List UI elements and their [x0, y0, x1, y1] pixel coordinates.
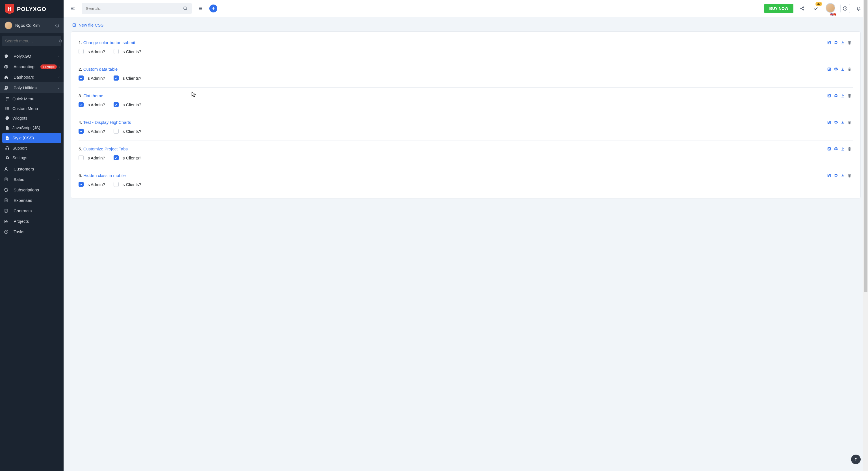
trash-icon[interactable] — [847, 40, 853, 45]
sidebar-item-accounting[interactable]: Accounting polyxgo ‹ — [0, 61, 64, 72]
edit-icon[interactable] — [827, 40, 833, 45]
gear-icon[interactable] — [834, 173, 839, 178]
sidebar-item-subscriptions[interactable]: Subscriptions — [0, 185, 64, 195]
check-label: Is Clients? — [122, 129, 141, 134]
badge-accounting: polyxgo — [40, 64, 57, 69]
check-is-admin[interactable]: Is Admin? — [79, 49, 105, 54]
row-number: 3. — [79, 93, 83, 98]
menu-toggle-icon[interactable] — [68, 4, 78, 13]
sidebar-item-contracts[interactable]: Contracts — [0, 206, 64, 216]
edit-icon[interactable] — [827, 120, 833, 124]
subitem-settings[interactable]: Settings — [0, 153, 64, 163]
row-title-link[interactable]: Customize Project Tabs — [83, 146, 128, 151]
add-button[interactable]: + — [209, 4, 217, 12]
clock-icon[interactable] — [840, 4, 850, 13]
list-menu-icon[interactable] — [196, 4, 206, 13]
subitem-quick-menu[interactable]: Quick Menu — [0, 94, 64, 104]
edit-icon[interactable] — [827, 94, 833, 98]
trash-icon[interactable] — [847, 94, 853, 98]
file-row: 5. Customize Project TabsIs Admin?Is Cli… — [79, 141, 853, 167]
download-icon[interactable] — [841, 173, 846, 178]
download-icon[interactable] — [841, 94, 846, 98]
gear-icon[interactable] — [834, 67, 839, 71]
edit-icon[interactable] — [827, 173, 833, 178]
bell-icon[interactable] — [854, 4, 864, 13]
download-icon[interactable] — [841, 67, 846, 71]
check-is-admin[interactable]: Is Admin? — [79, 76, 105, 81]
check-is-clients[interactable]: Is Clients? — [114, 129, 141, 134]
share-icon[interactable] — [797, 4, 807, 13]
check-badge-icon[interactable]: 32 — [811, 4, 820, 13]
global-search[interactable] — [82, 3, 192, 14]
check-is-admin[interactable]: Is Admin? — [79, 155, 105, 160]
sidebar-item-polyxgo[interactable]: PolyXGO ‹ — [0, 51, 64, 61]
sidebar-item-poly-utilities[interactable]: Poly Utilities ⌄ — [0, 82, 64, 93]
row-title-link[interactable]: Flat theme — [83, 93, 103, 98]
sidebar-item-dashboard[interactable]: Dashboard ‹ — [0, 72, 64, 82]
search-icon[interactable] — [183, 6, 188, 11]
download-icon[interactable] — [841, 120, 846, 124]
new-file-label: New file CSS — [79, 23, 103, 27]
new-file-button[interactable]: New file CSS — [71, 23, 103, 27]
row-title-link[interactable]: Test - Display HighCharts — [83, 120, 131, 125]
check-is-admin[interactable]: Is Admin? — [79, 182, 105, 187]
sidebar-item-customers[interactable]: Customers — [0, 164, 64, 174]
download-icon[interactable] — [841, 147, 846, 151]
sidebar-item-label: Sales — [13, 177, 59, 182]
row-title-link[interactable]: Hidden class in mobile — [83, 173, 126, 178]
sidebar-item-projects[interactable]: Projects — [0, 216, 64, 227]
check-is-admin[interactable]: Is Admin? — [79, 129, 105, 134]
scroll-top-button[interactable] — [851, 454, 861, 464]
sidebar-item-label: Expenses — [13, 198, 60, 203]
home-icon — [4, 75, 10, 80]
buy-now-button[interactable]: BUY NOW — [764, 4, 794, 13]
gear-icon[interactable] — [834, 147, 839, 151]
search-input[interactable] — [86, 6, 183, 11]
menu-search-input[interactable] — [5, 39, 59, 43]
sidebar-user[interactable]: Ngọc Cù Kim ⏻ — [0, 18, 64, 33]
row-title-link[interactable]: Change color button submit — [83, 40, 135, 45]
check-is-admin[interactable]: Is Admin? — [79, 102, 105, 107]
trash-icon[interactable] — [847, 67, 853, 71]
sidebar-item-tasks[interactable]: Tasks — [0, 227, 64, 237]
check-is-clients[interactable]: Is Clients? — [114, 76, 141, 81]
check-is-clients[interactable]: Is Clients? — [114, 182, 141, 187]
sidebar-item-expenses[interactable]: Expenses — [0, 195, 64, 206]
check-is-clients[interactable]: Is Clients? — [114, 155, 141, 160]
checkbox-icon — [114, 49, 119, 54]
subitem-custom-menu[interactable]: Custom Menu — [0, 104, 64, 113]
gear-icon[interactable] — [834, 94, 839, 98]
svg-point-2 — [5, 86, 7, 88]
power-icon[interactable]: ⏻ — [55, 23, 59, 28]
check-is-clients[interactable]: Is Clients? — [114, 49, 141, 54]
subitem-widgets[interactable]: Widgets — [0, 113, 64, 123]
download-icon[interactable] — [841, 40, 846, 45]
trash-icon[interactable] — [847, 120, 853, 124]
gear-icon[interactable] — [834, 40, 839, 45]
subitem-style-css[interactable]: Style (CSS) — [2, 133, 61, 143]
palette-icon — [5, 116, 11, 120]
brand[interactable]: H POLYXGO — [0, 0, 64, 18]
user-name: Ngọc Cù Kim — [15, 23, 52, 28]
subnav: Quick Menu Custom Menu Widgets JavaScrip… — [0, 93, 64, 164]
scrollbar[interactable] — [863, 0, 868, 471]
svg-rect-10 — [6, 138, 8, 138]
chevron-left-icon: ‹ — [59, 65, 60, 69]
checkbox-icon — [114, 102, 119, 107]
sidebar-item-label: Customers — [13, 167, 60, 171]
subitem-javascript[interactable]: JavaScript (JS) — [0, 123, 64, 133]
scrollbar-thumb[interactable] — [864, 0, 867, 292]
row-title-link[interactable]: Custom data table — [83, 67, 118, 71]
edit-icon[interactable] — [827, 147, 833, 151]
subitem-support[interactable]: Support — [0, 143, 64, 153]
avatar-wrapper[interactable]: 🇬🇧🇻🇳 — [826, 3, 835, 13]
edit-icon[interactable] — [827, 67, 833, 71]
row-number: 5. — [79, 146, 83, 151]
sidebar-item-sales[interactable]: Sales ‹ — [0, 174, 64, 185]
trash-icon[interactable] — [847, 173, 853, 178]
trash-icon[interactable] — [847, 147, 853, 151]
gear-icon[interactable] — [834, 120, 839, 124]
menu-search[interactable] — [2, 36, 61, 47]
svg-point-35 — [801, 8, 801, 9]
check-is-clients[interactable]: Is Clients? — [114, 102, 141, 107]
